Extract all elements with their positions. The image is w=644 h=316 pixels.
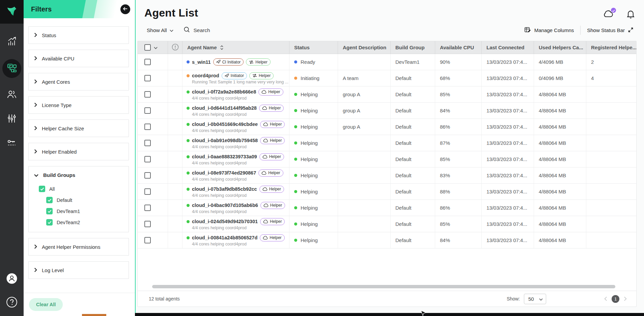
status-dot (294, 77, 297, 80)
filter-section-header-build-groups[interactable]: Build Groups (34, 166, 123, 183)
checkbox-checked[interactable] (46, 197, 53, 203)
table-row[interactable]: cloud_i-0b0451669c49cbdeeHelper4/4 cores… (138, 119, 636, 135)
filter-section-available-cpu[interactable]: Available CPU (28, 50, 129, 67)
cloud-icon (262, 187, 268, 191)
table-row[interactable]: cloud_i-04bac907d105ab6b6Helper4/4 cores… (138, 200, 636, 216)
chevron-right-icon (34, 149, 37, 155)
agent-name: s_win11 (192, 59, 211, 65)
rail-item-help[interactable] (4, 295, 19, 310)
notifications-bell-icon[interactable] (627, 10, 635, 19)
filter-section-status[interactable]: Status (28, 26, 129, 44)
scrollbar-thumb[interactable] (152, 285, 615, 288)
collapse-filters-button[interactable] (120, 4, 130, 14)
cloud-icon (263, 123, 268, 126)
show-status-bar-button[interactable]: Show Status Bar (587, 27, 634, 34)
horizontal-scrollbar[interactable] (152, 285, 615, 288)
last-connected-cell: 13/03/2023 07:4... (482, 119, 534, 135)
row-checkbox[interactable] (144, 188, 151, 195)
filter-option-default[interactable]: Default (46, 194, 123, 206)
checkbox-checked[interactable] (39, 186, 45, 192)
filter-section-helper-enabled[interactable]: Helper Enabled (28, 143, 129, 160)
current-page-button[interactable]: 1 (612, 295, 619, 303)
agent-name-cell: cloud_i-0f72a9a2e88b666e8Helper4/4 cores… (183, 86, 289, 102)
table-row[interactable]: cloud_i-00841a24b8506527dHelper4/4 cores… (138, 232, 636, 248)
row-checkbox[interactable] (144, 237, 151, 243)
status-dot (294, 141, 297, 144)
agent-description-cell: A team (338, 70, 391, 86)
row-select-cell (138, 119, 168, 135)
rail-item-agents[interactable] (2, 59, 21, 78)
next-page-button[interactable] (622, 296, 628, 301)
table-row[interactable]: s_win11CI InitiatorHelperReadyDevTeam190… (138, 54, 636, 70)
table-row[interactable]: cloud_i-0d6441d144f95ab28Helper4/4 cores… (138, 103, 636, 119)
status-label: Helping (301, 237, 318, 243)
checkbox-checked[interactable] (46, 219, 53, 226)
status-dot (294, 60, 297, 63)
row-checkbox[interactable] (144, 59, 151, 65)
chevron-down-icon[interactable] (154, 45, 158, 50)
used-helpers-cache-cell: 4/88064 MB (534, 167, 586, 183)
column-header-agent-name[interactable]: Agent Name (183, 41, 289, 54)
table-row[interactable]: cloud_i-024d549d942b70301Helper4/4 cores… (138, 216, 636, 232)
status-label: Ready (301, 59, 315, 65)
select-all-checkbox[interactable] (144, 44, 151, 51)
row-checkbox[interactable] (144, 75, 151, 81)
table-row[interactable]: cloud_i-0ab91e098db759458Helper4/4 cores… (138, 135, 636, 151)
filter-section-agent-helper-permissions[interactable]: Agent Helper Permissions (28, 238, 129, 256)
table-row[interactable]: cloud_i-0aae8883239733a09Helper4/4 cores… (138, 151, 636, 167)
row-checkbox[interactable] (144, 156, 151, 162)
cloud-status-check-badge (611, 8, 616, 13)
badge-initiator: Initiator (222, 72, 247, 79)
mouse-cursor (421, 310, 426, 316)
alerts-column-header (168, 41, 183, 54)
scope-dropdown[interactable]: Show All (147, 27, 173, 33)
filter-section-label: Agent Cores (42, 79, 70, 85)
manage-columns-button[interactable]: Manage Columns (524, 26, 574, 34)
row-select-cell (138, 232, 168, 248)
table-row[interactable]: cloud_i-08e973f74ed290867Helper4/4 cores… (138, 167, 636, 184)
row-checkbox[interactable] (144, 172, 151, 179)
table-row[interactable]: cloud_i-07b3af9db85cb92ccHelper4/4 cores… (138, 184, 636, 200)
rail-item-account[interactable] (4, 272, 19, 287)
row-checkbox[interactable] (144, 124, 151, 130)
filter-section-helper-cache-size[interactable]: Helper Cache Size (28, 120, 129, 137)
row-checkbox[interactable] (144, 107, 151, 114)
rail-item-settings[interactable] (4, 112, 19, 127)
row-alert-cell (168, 151, 183, 167)
clear-all-button[interactable]: Clear All (29, 298, 63, 311)
agent-description-cell (338, 200, 391, 216)
rail-item-dashboard[interactable] (4, 35, 19, 50)
filter-option-devteam1[interactable]: DevTeam1 (46, 206, 123, 217)
status-cell: Helping (289, 103, 338, 119)
available-cpu-cell: 85% (435, 216, 482, 232)
used-helpers-cache-cell: 4/88064 MB (534, 216, 586, 232)
used-helpers-cache-cell: 4/88064 MB (534, 232, 586, 248)
prev-page-button[interactable] (603, 296, 609, 301)
brand-logo-icon (5, 5, 18, 19)
agent-name-cell: cloud_i-00841a24b8506527dHelper4/4 cores… (183, 232, 289, 248)
table-row[interactable]: cloud_i-0f72a9a2e88b666e8Helper4/4 cores… (138, 86, 636, 103)
search-input[interactable]: Search (184, 26, 210, 34)
cloud-status-icon[interactable] (603, 9, 614, 19)
filter-option-devteam2[interactable]: DevTeam2 (46, 217, 123, 228)
row-checkbox[interactable] (144, 205, 151, 211)
rail-item-licenses[interactable] (4, 136, 19, 151)
agent-name-line: cloud_i-024d549d942b70301Helper (187, 218, 285, 225)
filter-section-license-type[interactable]: License Type (28, 96, 129, 114)
sort-icon[interactable] (220, 45, 224, 50)
available-cpu-cell: 90% (435, 54, 482, 70)
table-row[interactable]: coord4prodInitiatorHelperRunning Test Sa… (138, 70, 636, 86)
row-checkbox[interactable] (144, 221, 151, 227)
filter-section-log-level[interactable]: Log Level (28, 261, 129, 279)
row-checkbox[interactable] (144, 91, 151, 98)
last-connected-cell: 13/03/2023 07:4... (482, 103, 534, 119)
select-all-header (138, 41, 168, 54)
filter-option-all[interactable]: All (39, 183, 123, 194)
checkbox-checked[interactable] (46, 208, 53, 214)
search-icon (184, 26, 190, 34)
filter-section-agent-cores[interactable]: Agent Cores (28, 73, 129, 90)
rail-item-users[interactable] (4, 87, 19, 102)
row-checkbox[interactable] (144, 140, 151, 146)
column-header-agent-description: Agent Description (338, 41, 391, 54)
page-size-select[interactable]: 50 (524, 294, 546, 304)
